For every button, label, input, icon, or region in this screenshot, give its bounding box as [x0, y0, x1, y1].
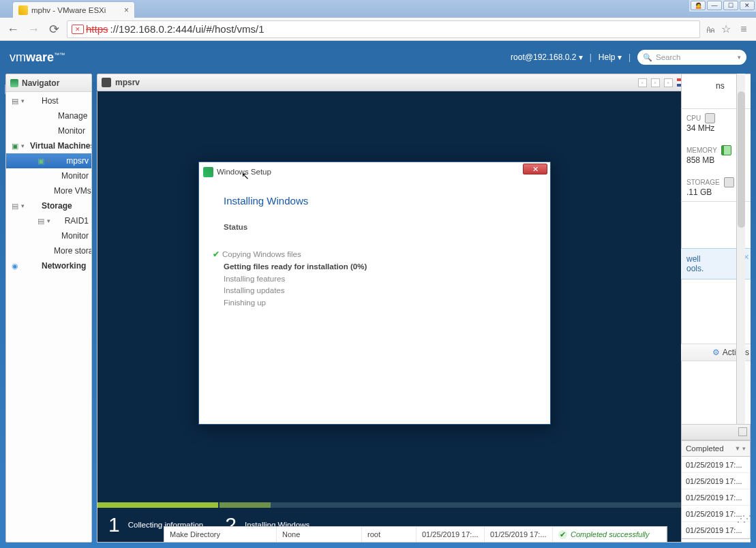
os-user-button[interactable]: 🙍 — [691, 1, 706, 10]
dialog-close-button[interactable]: ✕ — [523, 164, 547, 174]
https-warning-icon: ✕ — [72, 25, 84, 34]
setup-step: Getting files ready for installation (0%… — [224, 261, 526, 273]
browser-menu-icon[interactable]: ≡ — [737, 23, 751, 35]
setup-step: Installing features — [224, 273, 526, 286]
navigator-icon — [10, 79, 18, 87]
mouse-cursor-icon: ↖ — [241, 170, 250, 181]
gear-icon: ⚙ — [692, 78, 700, 88]
task-row[interactable]: Make Directory None root 01/25/2019 17:.… — [164, 526, 667, 543]
installing-heading: Installing Windows — [224, 195, 526, 207]
navigator-sidebar: Navigator ▾HostManageMonitor▾Virtual Mac… — [5, 74, 92, 543]
help-menu[interactable]: Help ▾ — [599, 52, 622, 62]
setup-step: Finishing up — [224, 297, 526, 309]
resize-grip-icon[interactable]: ⋰⋰ — [737, 514, 749, 523]
os-window-controls: 🙍 — ☐ ✕ — [689, 0, 756, 12]
windows-setup-dialog: Windows Setup ↖ ✕ Installing Windows Sta… — [198, 162, 551, 425]
search-icon: 🔍 — [643, 53, 652, 62]
keyboard-flag-icon[interactable] — [677, 78, 688, 87]
url-scheme: https — [86, 23, 108, 35]
completed-filter[interactable]: Completed — [681, 440, 751, 457]
sidebar-item-monitor[interactable]: Monitor — [6, 123, 91, 138]
vm-console-viewport[interactable]: Windows Setup ↖ ✕ Installing Windows Sta… — [97, 91, 751, 543]
tab-favicon-icon — [18, 5, 28, 15]
url-path: ://192.168.0.2:444/ui/#/host/vms/1 — [110, 23, 264, 35]
console-control-1[interactable]: ▫ — [638, 78, 647, 87]
forward-button[interactable]: → — [26, 22, 41, 37]
tab-title: mphv - VMware ESXi — [31, 6, 106, 14]
task-status: Completed successfully — [553, 527, 667, 542]
global-search[interactable]: 🔍 Search — [637, 50, 746, 65]
vmware-logo: vmware™ESXi™ — [10, 50, 65, 65]
sidebar-item-storage[interactable]: ▾Storage — [6, 198, 91, 213]
vm-name: mpsrv — [115, 78, 140, 87]
os-minimize-button[interactable]: — — [707, 1, 722, 10]
back-button[interactable]: ← — [5, 22, 20, 37]
windows-setup-icon — [203, 167, 213, 177]
sidebar-item-raid1[interactable]: ▾RAID1 — [6, 213, 91, 228]
task-time-2: 01/25/2019 17:... — [485, 527, 553, 542]
collapse-icon[interactable] — [738, 427, 747, 436]
sidebar-item-monitor[interactable]: Monitor — [6, 168, 91, 183]
tab-close-icon[interactable]: × — [124, 5, 129, 15]
vm-header-bar: mpsrv ▫ ▫ ▫ ⚙ Actions × — [97, 74, 751, 91]
events-list: 01/25/2019 17:...01/25/2019 17:...01/25/… — [681, 457, 751, 539]
sidebar-item-manage[interactable]: Manage — [6, 108, 91, 123]
search-placeholder: Search — [656, 53, 680, 61]
task-time-1: 01/25/2019 17:... — [417, 527, 485, 542]
reload-button[interactable]: ⟳ — [46, 22, 61, 37]
tasks-panel-header[interactable] — [681, 424, 751, 440]
task-target: None — [277, 527, 362, 542]
browser-tab[interactable]: mphv - VMware ESXi × — [12, 1, 135, 18]
actions-dropdown[interactable]: Actions — [704, 78, 731, 87]
sidebar-item-host[interactable]: ▾Host — [6, 93, 91, 108]
sidebar-item-virtual-machines[interactable]: ▾Virtual Machines — [6, 138, 91, 153]
event-row[interactable]: 01/25/2019 17:... — [682, 473, 750, 489]
setup-step: Copying Windows files — [224, 249, 526, 261]
status-label: Status — [224, 223, 526, 231]
sidebar-item-monitor[interactable]: Monitor — [6, 228, 91, 243]
event-row[interactable]: 01/25/2019 17:... — [682, 457, 750, 473]
sidebar-item-more-storage-[interactable]: More storage... — [6, 243, 91, 258]
user-menu[interactable]: root@192.168.0.2 ▾ — [511, 52, 583, 62]
console-control-2[interactable]: ▫ — [651, 78, 660, 87]
task-name: Make Directory — [164, 527, 277, 542]
console-control-3[interactable]: ▫ — [664, 78, 673, 87]
vm-console-icon — [102, 78, 111, 87]
event-row[interactable]: 01/25/2019 17:... — [682, 489, 750, 506]
sidebar-item-more-vms-[interactable]: More VMs... — [6, 183, 91, 198]
setup-step: Installing updates — [224, 285, 526, 297]
translate-icon[interactable]: 🗛 — [706, 24, 715, 35]
os-close-button[interactable]: ✕ — [740, 1, 755, 10]
os-maximize-button[interactable]: ☐ — [723, 1, 738, 10]
task-user: root — [362, 527, 417, 542]
sidebar-item-mpsrv[interactable]: ▾mpsrv — [6, 153, 91, 168]
event-row[interactable]: 01/25/2019 17:... — [682, 522, 750, 538]
navigator-header: Navigator — [6, 74, 91, 92]
bookmark-icon[interactable]: ☆ — [719, 22, 733, 35]
address-bar[interactable]: ✕ https ://192.168.0.2:444/ui/#/host/vms… — [67, 20, 700, 38]
sidebar-item-networking[interactable]: Networking — [6, 258, 91, 273]
